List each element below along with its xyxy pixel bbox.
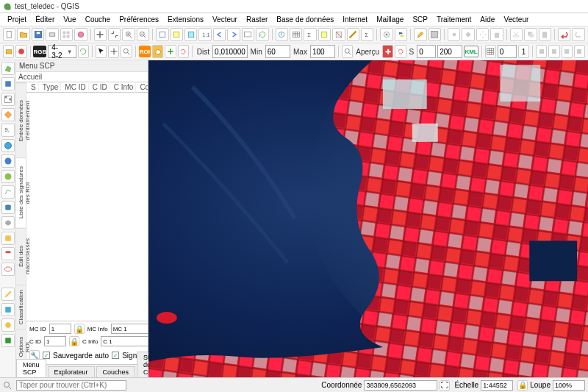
cut-button[interactable] — [510, 28, 523, 41]
toolbox-button[interactable] — [380, 28, 392, 41]
add-vector-button[interactable] — [1, 62, 15, 75]
menu-internet[interactable]: Internet — [338, 14, 372, 25]
scp-vtab-roioptions[interactable]: Options ROI — [16, 329, 26, 364]
menu-scp[interactable]: SCP — [408, 14, 432, 25]
scale-lock-icon[interactable]: 🔒 — [517, 380, 528, 391]
scp-input-button[interactable] — [15, 45, 26, 58]
grid-spin[interactable] — [498, 45, 517, 58]
save-project-button[interactable] — [32, 28, 44, 41]
pan-button[interactable] — [94, 28, 107, 41]
zoom-to-layer-button[interactable] — [184, 28, 197, 41]
menu-couche[interactable]: Couche — [81, 14, 115, 25]
undo-button[interactable] — [558, 28, 570, 41]
scp-open-button[interactable] — [3, 45, 14, 58]
zoom-last-button[interactable] — [213, 28, 226, 41]
zoom-native-button[interactable]: 1:1 — [198, 28, 211, 41]
scp-tab-accueil[interactable]: Accueil — [18, 73, 42, 81]
mcid-spin[interactable]: 1 — [49, 324, 71, 334]
scp-refresh-button[interactable] — [78, 45, 89, 58]
menu-maillage[interactable]: Maillage — [372, 14, 408, 25]
cinfo-input[interactable] — [101, 336, 148, 346]
edit-tool-a[interactable] — [536, 45, 547, 58]
tab-couches[interactable]: Couches — [96, 366, 136, 377]
roi-redo-button[interactable] — [178, 45, 189, 58]
zoom-in-button[interactable] — [122, 28, 135, 41]
copy-button[interactable] — [524, 28, 537, 41]
scp-col-s[interactable]: S — [29, 83, 39, 91]
scp-col-cid[interactable]: C ID — [90, 83, 110, 91]
add-raster-button[interactable] — [1, 93, 15, 106]
num-1-button[interactable]: 1 — [518, 45, 529, 58]
menu-aide[interactable]: Aide — [476, 14, 499, 25]
kml-badge[interactable]: KML — [464, 46, 478, 57]
roi-poly-button[interactable] — [152, 45, 163, 58]
layout-manager-button[interactable] — [60, 28, 73, 41]
add-wms-button[interactable] — [1, 139, 15, 152]
add-wcs-button[interactable] — [1, 170, 15, 183]
style-manager-button[interactable] — [74, 28, 87, 41]
open-project-button[interactable] — [17, 28, 29, 41]
refresh-button[interactable] — [256, 28, 268, 41]
scp-vtab-macroclass[interactable]: Édit des macroclasses — [16, 228, 26, 285]
print-layout-button[interactable] — [46, 28, 58, 41]
vertex-tool-button[interactable] — [462, 28, 474, 41]
menu-raster[interactable]: Raster — [242, 14, 272, 25]
add-mesh-button[interactable] — [1, 108, 15, 121]
python-console-button[interactable] — [395, 28, 407, 41]
menu-vecteur[interactable]: Vecteur — [208, 14, 242, 25]
toggle-editing-button[interactable] — [414, 28, 426, 41]
measure-button[interactable] — [347, 28, 359, 41]
menu-db[interactable]: Base de données — [272, 14, 338, 25]
scp-col-type[interactable]: Type — [40, 83, 62, 91]
preview-zoom-button[interactable] — [342, 45, 353, 58]
preview-redo-button[interactable] — [395, 45, 406, 58]
menu-editer[interactable]: Éditer — [31, 14, 59, 25]
mcinfo-input[interactable] — [111, 324, 148, 334]
move-feature-button[interactable] — [476, 28, 489, 41]
add-csv-button[interactable]: 9, — [1, 124, 15, 137]
identify-button[interactable]: i — [276, 28, 288, 41]
edit-tool-d[interactable] — [574, 45, 585, 58]
zoom-out-button[interactable] — [137, 28, 149, 41]
field-calculator-button[interactable]: Σ — [304, 28, 316, 41]
locator-input[interactable] — [16, 380, 126, 391]
statistics-button[interactable]: Σ — [361, 28, 373, 41]
add-oracle-button[interactable] — [1, 263, 15, 276]
cid-lock-icon[interactable]: 🔒 — [69, 336, 79, 346]
edit-tool-c[interactable] — [562, 45, 573, 58]
cid-spin[interactable]: 1 — [44, 336, 66, 346]
max-spin[interactable] — [310, 45, 335, 58]
mcid-lock-icon[interactable]: 🔒 — [74, 324, 85, 334]
redo-button[interactable] — [572, 28, 584, 41]
menu-vue[interactable]: Vue — [59, 14, 80, 25]
t-spin[interactable] — [437, 45, 462, 58]
add-wfs-button[interactable] — [1, 185, 15, 199]
open-attr-table-button[interactable] — [290, 28, 302, 41]
add-virtual-button[interactable] — [1, 232, 15, 245]
menu-extensions[interactable]: Extensions — [163, 14, 208, 25]
select-features-button[interactable] — [318, 28, 331, 41]
scp-vtab-roilist[interactable]: Liste des signatures des ROI — [16, 157, 26, 227]
map-canvas[interactable] — [148, 60, 588, 377]
signature-check[interactable] — [112, 352, 119, 359]
min-spin[interactable] — [265, 45, 290, 58]
new-project-button[interactable] — [3, 28, 15, 41]
add-feature-button[interactable] — [448, 28, 460, 41]
loupe-input[interactable] — [553, 380, 585, 391]
grid-button[interactable] — [485, 45, 496, 58]
save-edits-button[interactable] — [429, 28, 441, 41]
new-geopackage-button[interactable] — [1, 77, 15, 90]
deselect-button[interactable] — [332, 28, 345, 41]
menu-traitement[interactable]: Traitement — [432, 14, 476, 25]
add-mssql-button[interactable] — [1, 247, 15, 260]
zoom-full-button[interactable] — [156, 28, 168, 41]
paste-button[interactable] — [539, 28, 551, 41]
tab-explorateur[interactable]: Explorateur — [48, 366, 95, 377]
menu-preferences[interactable]: Préférences — [115, 14, 163, 25]
s-spin[interactable] — [417, 45, 436, 58]
zoom-to-selection-button[interactable] — [171, 28, 183, 41]
edit-tool-b[interactable] — [548, 45, 559, 58]
scale-input[interactable] — [481, 380, 513, 391]
add-xyz-button[interactable] — [1, 154, 15, 168]
scp-col-cinfo[interactable]: C Info — [112, 83, 137, 91]
